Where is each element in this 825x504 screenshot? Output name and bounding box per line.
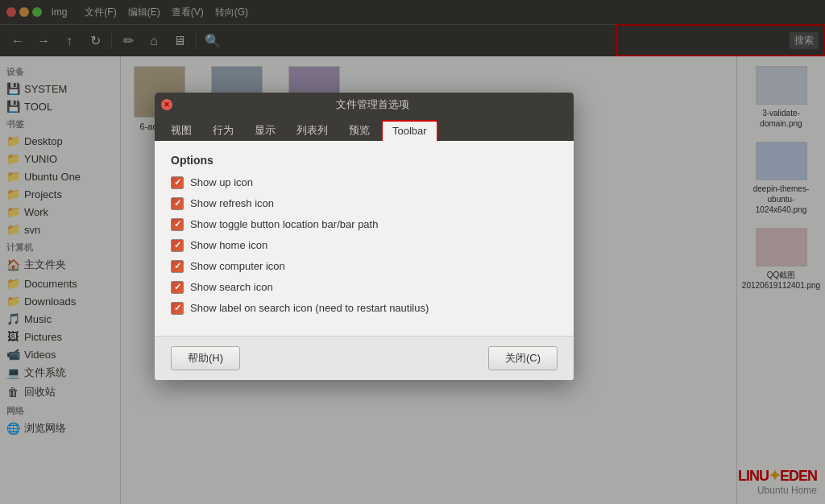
edit-button[interactable]: ✏ — [117, 30, 139, 52]
right-file-name-1: 3-validate-domain.png — [745, 108, 818, 129]
checkbox-show-home-icon[interactable] — [171, 239, 184, 252]
dialog-title: 文件管理首选项 — [177, 97, 567, 112]
svn-icon: 📁 — [6, 223, 19, 236]
tab-toolbar[interactable]: Toolbar — [381, 120, 438, 141]
tab-preview[interactable]: 预览 — [339, 120, 379, 141]
checkbox-show-toggle-button[interactable] — [171, 218, 184, 231]
sidebar-label-downloads: Downloads — [24, 295, 76, 308]
desktop-icon: 📁 — [6, 134, 19, 147]
sidebar-item-documents[interactable]: 📁 Documents — [0, 275, 120, 292]
right-panel: 3-validate-domain.png deepin-themes-ubun… — [736, 56, 825, 504]
checkbox-show-refresh-icon[interactable] — [171, 197, 184, 210]
list-item[interactable]: deepin-themes-ubuntu-1024x640.png — [745, 142, 818, 215]
home-folder-icon: 🏠 — [6, 258, 19, 271]
checkbox-show-up-icon[interactable] — [171, 176, 184, 189]
sidebar-item-desktop[interactable]: 📁 Desktop — [0, 132, 120, 150]
trash-icon: 🗑 — [6, 386, 19, 399]
videos-icon: 📹 — [6, 348, 19, 361]
sidebar-label-desktop: Desktop — [24, 135, 63, 147]
section-title-devices: 设备 — [0, 63, 120, 80]
separator-2 — [196, 33, 197, 49]
sidebar-item-yunio[interactable]: 📁 YUNIO — [0, 150, 120, 167]
menu-file[interactable]: 文件(F) — [80, 4, 121, 21]
option-show-refresh-icon: Show refresh icon — [171, 197, 558, 210]
right-file-name-2: deepin-themes-ubuntu-1024x640.png — [745, 184, 818, 215]
sidebar-label-pictures: Pictures — [24, 331, 62, 343]
sidebar-item-filesystem[interactable]: 💻 文件系统 — [0, 363, 120, 382]
sidebar-item-projects[interactable]: 📁 Projects — [0, 185, 120, 203]
option-show-home-icon: Show home icon — [171, 239, 558, 252]
sidebar-item-ubuntuone[interactable]: 📁 Ubuntu One — [0, 167, 120, 185]
dialog-close-icon[interactable]: ✕ — [161, 99, 172, 110]
search-box[interactable]: 搜索 — [790, 32, 819, 49]
dialog-tabs: 视图 行为 显示 列表列 预览 Toolbar — [155, 117, 574, 141]
music-icon: 🎵 — [6, 312, 19, 325]
sidebar-label-videos: Videos — [24, 349, 56, 361]
label-show-home-icon: Show home icon — [190, 239, 267, 251]
section-title-computer: 计算机 — [0, 238, 120, 255]
tab-listcolumns[interactable]: 列表列 — [287, 120, 338, 141]
sidebar-item-svn[interactable]: 📁 svn — [0, 221, 120, 238]
sidebar-item-trash[interactable]: 🗑 回收站 — [0, 382, 120, 402]
close-button[interactable] — [6, 7, 16, 17]
preferences-dialog[interactable]: ✕ 文件管理首选项 视图 行为 显示 列表列 预览 Toolbar Option… — [155, 93, 574, 380]
tab-display[interactable]: 显示 — [245, 120, 285, 141]
right-thumb-1 — [756, 66, 807, 105]
sidebar-label-filesystem: 文件系统 — [24, 366, 66, 380]
separator-1 — [111, 33, 112, 49]
checkbox-show-computer-icon[interactable] — [171, 260, 184, 273]
sidebar-label-trash: 回收站 — [24, 385, 56, 399]
projects-icon: 📁 — [6, 188, 19, 200]
brand-logo: LINU✦EDEN — [738, 467, 817, 485]
sidebar-label-yunio: YUNIO — [24, 153, 57, 165]
option-show-search-icon: Show search icon — [171, 281, 558, 294]
menu-view[interactable]: 查看(V) — [167, 4, 209, 21]
list-item[interactable]: QQ截图20120619112401.png — [745, 228, 818, 291]
option-show-computer-icon: Show computer icon — [171, 260, 558, 273]
minimize-button[interactable] — [19, 7, 29, 17]
sidebar-item-home[interactable]: 🏠 主文件夹 — [0, 255, 120, 275]
sidebar-label-svn: svn — [24, 224, 40, 236]
sidebar-label-projects: Projects — [24, 188, 62, 200]
checkbox-show-search-icon[interactable] — [171, 281, 184, 294]
menu-items: 文件(F) 编辑(E) 查看(V) 转向(G) — [80, 4, 253, 21]
right-thumb-3 — [756, 228, 807, 266]
right-thumb-2 — [756, 142, 807, 180]
sidebar-label-system: SYSTEM — [24, 83, 67, 95]
sidebar-item-downloads[interactable]: 📁 Downloads — [0, 292, 120, 310]
sidebar-item-music[interactable]: 🎵 Music — [0, 310, 120, 328]
tab-view[interactable]: 视图 — [161, 120, 201, 141]
label-show-up-icon: Show up icon — [190, 176, 253, 188]
forward-button[interactable]: → — [32, 30, 55, 52]
sidebar-item-work[interactable]: 📁 Work — [0, 203, 120, 221]
downloads-icon: 📁 — [6, 295, 19, 308]
label-show-toggle-button: Show toggle button location bar/bar path — [190, 218, 378, 230]
checkbox-show-search-label[interactable] — [171, 302, 184, 315]
dialog-footer: 帮助(H) 关闭(C) — [155, 336, 574, 380]
search-icon-btn[interactable]: 🔍 — [201, 30, 224, 52]
menu-goto[interactable]: 转向(G) — [210, 4, 253, 21]
sidebar-item-videos[interactable]: 📹 Videos — [0, 345, 120, 363]
sidebar-label-ubuntuone: Ubuntu One — [24, 171, 81, 183]
refresh-button[interactable]: ↻ — [84, 30, 106, 52]
sidebar-item-pictures[interactable]: 🖼 Pictures — [0, 328, 120, 345]
tab-behavior[interactable]: 行为 — [203, 120, 243, 141]
menubar: img 文件(F) 编辑(E) 查看(V) 转向(G) — [0, 0, 825, 24]
sidebar-item-browse-network[interactable]: 🌐 浏览网络 — [0, 419, 120, 438]
sidebar-label-home: 主文件夹 — [24, 258, 66, 272]
menu-edit[interactable]: 编辑(E) — [123, 4, 165, 21]
work-icon: 📁 — [6, 205, 19, 218]
up-button[interactable]: ↑ — [58, 30, 81, 52]
home-button[interactable]: ⌂ — [143, 30, 165, 52]
computer-button[interactable]: 🖥 — [168, 30, 191, 52]
sidebar-item-system[interactable]: 💾 SYSTEM — [0, 80, 120, 97]
back-button[interactable]: ← — [6, 30, 29, 52]
tool-icon: 💾 — [6, 100, 19, 113]
option-show-up-icon: Show up icon — [171, 176, 558, 189]
help-button[interactable]: 帮助(H) — [171, 346, 240, 370]
list-item[interactable]: 3-validate-domain.png — [745, 66, 818, 129]
maximize-button[interactable] — [32, 7, 42, 17]
close-button[interactable]: 关闭(C) — [488, 346, 558, 370]
sidebar-item-tool[interactable]: 💾 TOOL — [0, 97, 120, 115]
label-show-search-icon: Show search icon — [190, 281, 273, 293]
